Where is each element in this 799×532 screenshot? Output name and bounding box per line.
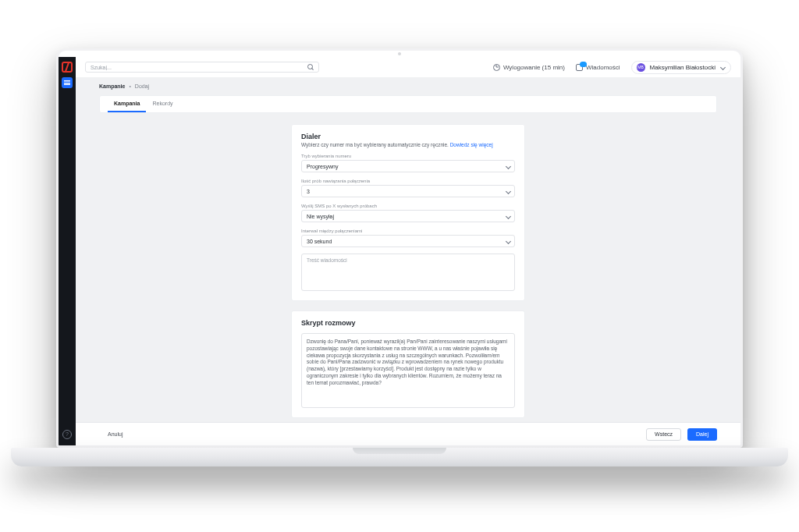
message-placeholder: Treść wiadomości: [307, 257, 347, 263]
chevron-down-icon: [720, 65, 726, 70]
logout-timer-label: Wylogowanie (15 min): [503, 64, 565, 71]
laptop-notch: [353, 448, 446, 454]
field-sms-label: Wyślij SMS po X wysłanych próbach: [301, 204, 515, 208]
app-root: ? Wylogowanie (15 min): [59, 57, 740, 445]
field-dial-mode: Tryb wybierania numeru Progresywny: [301, 154, 515, 172]
field-message: Treść wiadomości: [301, 254, 515, 291]
select-interval[interactable]: 30 sekund: [301, 235, 515, 247]
user-menu[interactable]: MB Maksymilian Białostocki: [631, 61, 731, 74]
message-textarea[interactable]: Treść wiadomości: [301, 254, 515, 291]
tab-rekordy-label: Rekordy: [152, 101, 172, 106]
script-body: Dzwonię do Pana/Pani, ponieważ wyraził(a…: [307, 339, 507, 385]
script-textarea[interactable]: Dzwonię do Pana/Pani, ponieważ wyraził(a…: [301, 333, 515, 408]
topbar: Wylogowanie (15 min) Wiadomości MB Maksy…: [76, 57, 740, 77]
breadcrumb-leaf: Dodaj: [135, 83, 149, 89]
field-interval: Interwał między połączeniami 30 sekund: [301, 229, 515, 247]
chevron-down-icon: [506, 214, 511, 219]
chevron-down-icon: [506, 239, 511, 244]
dialer-title: Dialer: [301, 133, 515, 140]
list-icon: [64, 80, 70, 85]
search-input[interactable]: [91, 65, 304, 70]
chevron-down-icon: [506, 164, 511, 169]
back-button[interactable]: Wstecz: [646, 428, 681, 441]
camera-dot: [398, 52, 401, 55]
field-interval-label: Interwał między połączeniami: [301, 229, 515, 233]
nav-rail: ?: [59, 57, 76, 445]
select-sms-value: Nie wysyłaj: [307, 214, 334, 219]
dialer-card: Dialer Wybierz czy numer ma być wybieran…: [291, 124, 525, 301]
field-sms: Wyślij SMS po X wysłanych próbach Nie wy…: [301, 204, 515, 222]
next-button[interactable]: Dalej: [687, 428, 717, 441]
next-button-label: Dalej: [696, 431, 708, 437]
cancel-button[interactable]: Anuluj: [99, 428, 131, 441]
cancel-button-label: Anuluj: [108, 431, 123, 437]
nav-item-campaigns[interactable]: [62, 77, 73, 88]
messages-label: Wiadomości: [586, 64, 620, 71]
laptop-frame: ? Wylogowanie (15 min): [0, 0, 799, 532]
tab-kampania-label: Kampania: [114, 101, 140, 106]
dialer-desc-text: Wybierz czy numer ma być wybierany autom…: [301, 142, 450, 147]
select-retries-value: 3: [307, 189, 310, 194]
back-button-label: Wstecz: [655, 431, 673, 437]
select-interval-value: 30 sekund: [307, 239, 332, 244]
select-sms[interactable]: Nie wysyłaj: [301, 210, 515, 222]
search-icon: [307, 64, 314, 70]
breadcrumb-root[interactable]: Kampanie: [99, 83, 125, 89]
messages-button[interactable]: Wiadomości: [576, 64, 620, 71]
breadcrumb: Kampanie • Dodaj: [99, 83, 717, 89]
field-retries: Ilość prób nawiązania połączenia 3: [301, 179, 515, 197]
select-dial-mode[interactable]: Progresywny: [301, 160, 515, 172]
dialer-desc: Wybierz czy numer ma być wybierany autom…: [301, 142, 515, 147]
brand-logo-icon[interactable]: [62, 62, 73, 73]
subheader: Kampanie • Dodaj Kampania Rekordy: [76, 77, 740, 113]
main-column: Wylogowanie (15 min) Wiadomości MB Maksy…: [76, 57, 740, 445]
messages-badge: [580, 62, 587, 67]
laptop-base: [11, 448, 788, 466]
chevron-down-icon: [506, 189, 511, 194]
script-card: Skrypt rozmowy Dzwonię do Pana/Pani, pon…: [291, 310, 525, 418]
laptop-screen: ? Wylogowanie (15 min): [56, 48, 743, 448]
select-retries[interactable]: 3: [301, 185, 515, 197]
content-body: Dialer Wybierz czy numer ma być wybieran…: [76, 113, 740, 422]
wizard-footer: Anuluj Wstecz Dalej: [76, 422, 740, 445]
clock-icon: [493, 64, 500, 71]
avatar: MB: [637, 63, 645, 72]
breadcrumb-separator: •: [126, 83, 133, 89]
logout-timer[interactable]: Wylogowanie (15 min): [493, 64, 565, 71]
field-dial-mode-label: Tryb wybierania numeru: [301, 154, 515, 158]
dialer-learn-more-link[interactable]: Dowiedz się więcej: [450, 142, 493, 147]
tabs: Kampania Rekordy: [99, 95, 717, 113]
user-name: Maksymilian Białostocki: [650, 64, 716, 71]
tab-kampania[interactable]: Kampania: [108, 96, 146, 112]
select-dial-mode-value: Progresywny: [307, 164, 338, 169]
help-icon[interactable]: ?: [62, 430, 72, 439]
tab-rekordy[interactable]: Rekordy: [146, 96, 179, 112]
search-box[interactable]: [85, 62, 319, 73]
script-title: Skrypt rozmowy: [301, 319, 515, 327]
field-retries-label: Ilość prób nawiązania połączenia: [301, 179, 515, 183]
mail-icon: [576, 64, 583, 71]
